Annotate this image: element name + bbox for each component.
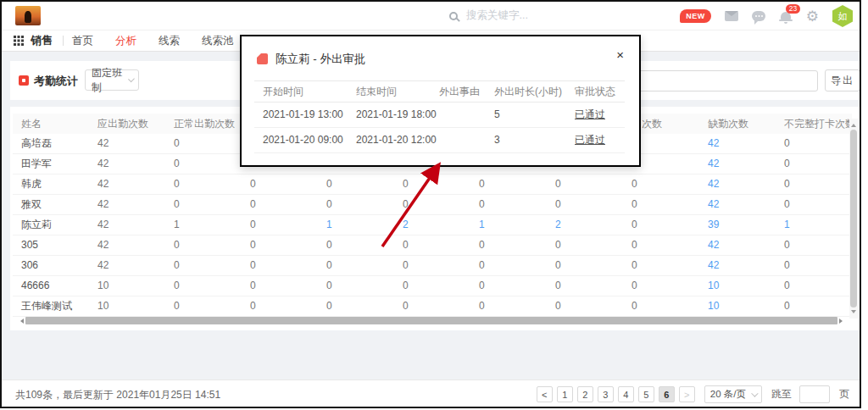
- stat-link[interactable]: 42: [699, 195, 776, 214]
- modal-table-row: 2021-01-20 09:002021-01-20 12:003已通过: [254, 128, 625, 153]
- stat-value: 0: [242, 215, 318, 235]
- nav-item[interactable]: 分析: [115, 34, 136, 48]
- stat-value: 0: [623, 296, 699, 316]
- stat-value: 0: [165, 256, 242, 275]
- shift-type-value: 固定班制: [92, 66, 128, 95]
- vertical-scroll-thumb[interactable]: [850, 130, 857, 308]
- stat-value: 1: [165, 215, 242, 235]
- stat-value: 0: [165, 235, 242, 255]
- stat-value: 42: [89, 215, 165, 235]
- attendance-icon: [19, 75, 29, 86]
- search-placeholder: 搜索关键字...: [466, 8, 528, 23]
- nav-item[interactable]: 线索池: [202, 34, 234, 48]
- jump-page-input[interactable]: [799, 385, 830, 403]
- table-row: 305420000000420: [13, 235, 852, 256]
- outing-approval-modal: 陈立莉 - 外出审批 × 开始时间结束时间外出事由外出时长(小时)审批状态 20…: [240, 35, 641, 167]
- stat-link[interactable]: 2: [394, 215, 470, 235]
- stat-value: 0: [165, 276, 242, 296]
- nav-item[interactable]: 线索: [159, 34, 180, 48]
- stat-value: 10: [89, 296, 165, 316]
- stat-value: 0: [623, 195, 699, 214]
- employee-name: 韩虎: [13, 175, 89, 194]
- scroll-up-icon[interactable]: [851, 121, 856, 127]
- stat-value: 42: [89, 175, 165, 194]
- stat-value: 0: [547, 175, 623, 194]
- prev-page-button[interactable]: <: [537, 386, 553, 402]
- stat-link[interactable]: 1: [776, 215, 852, 235]
- modal-table-body: 2021-01-19 13:002021-01-19 18:005已通过2021…: [254, 102, 625, 153]
- column-header: 缺勤次数: [699, 114, 776, 134]
- stat-value: 0: [547, 296, 623, 316]
- page-button[interactable]: 4: [618, 386, 634, 402]
- nav-item[interactable]: 首页: [72, 34, 93, 48]
- modal-title: 陈立莉 - 外出审批: [275, 52, 366, 67]
- stat-value: 0: [242, 276, 318, 296]
- screenshot-frame: 搜索关键字... NEW 23 ⚙ 如 销售 首页分析线索线索池客户池联系人 考…: [0, 0, 861, 408]
- gear-icon[interactable]: ⚙: [806, 9, 819, 24]
- stat-link[interactable]: 39: [699, 215, 776, 235]
- stat-value: 0: [470, 195, 547, 214]
- page-button[interactable]: 1: [557, 386, 573, 402]
- approval-status-link[interactable]: 已通过: [566, 102, 625, 127]
- next-page-button[interactable]: >: [679, 386, 695, 402]
- stat-link[interactable]: 42: [699, 134, 776, 153]
- table-row: 陈立莉421012120391: [13, 215, 852, 235]
- stat-link[interactable]: 42: [699, 175, 776, 194]
- modal-cell: [431, 102, 486, 127]
- chevron-down-icon: [128, 75, 135, 82]
- stat-link[interactable]: 2: [547, 215, 623, 235]
- approval-status-link[interactable]: 已通过: [566, 128, 625, 152]
- stat-value: 0: [547, 276, 623, 296]
- page-button[interactable]: 6: [659, 386, 675, 402]
- stat-link[interactable]: 42: [699, 235, 776, 255]
- pagination: < 123456 > 20 条/页 跳至 页: [537, 385, 849, 403]
- stat-value: 0: [623, 276, 699, 296]
- app-name[interactable]: 销售: [31, 33, 53, 48]
- modal-cell: 2021-01-19 13:00: [254, 102, 348, 127]
- app-grid-icon[interactable]: [14, 36, 24, 46]
- stat-value: 0: [470, 175, 547, 194]
- stat-value: 0: [776, 154, 852, 174]
- modal-column-header: 结束时间: [348, 81, 431, 102]
- column-header: 应出勤次数: [89, 114, 165, 134]
- avatar[interactable]: 如: [832, 5, 853, 27]
- employee-name: 高培磊: [13, 134, 89, 153]
- employee-name: 王伟峰测试: [13, 296, 89, 316]
- stat-value: 0: [165, 134, 242, 153]
- shift-type-select[interactable]: 固定班制: [85, 69, 139, 91]
- stat-value: 42: [89, 154, 165, 174]
- stat-value: 0: [776, 175, 852, 194]
- stat-value: 0: [318, 195, 394, 214]
- export-button[interactable]: 导出: [825, 69, 860, 91]
- stat-value: 0: [394, 276, 470, 296]
- scroll-left-icon[interactable]: [17, 317, 25, 324]
- notifications[interactable]: 23: [779, 9, 793, 23]
- close-icon[interactable]: ×: [616, 48, 624, 61]
- stat-link[interactable]: 1: [470, 215, 547, 235]
- stat-value: 0: [776, 256, 852, 275]
- stat-link[interactable]: 1: [318, 215, 394, 235]
- global-search[interactable]: 搜索关键字...: [449, 8, 528, 23]
- scroll-right-icon[interactable]: [837, 317, 846, 324]
- stat-value: 0: [547, 195, 623, 214]
- stat-link[interactable]: 42: [699, 154, 776, 174]
- stat-value: 0: [165, 195, 242, 214]
- page-button[interactable]: 5: [638, 386, 654, 402]
- mail-icon[interactable]: [725, 11, 738, 21]
- stat-value: 0: [165, 175, 242, 194]
- page-button[interactable]: 3: [598, 386, 614, 402]
- stat-value: 0: [318, 235, 394, 255]
- page-size-select[interactable]: 20 条/页: [704, 385, 762, 403]
- horizontal-scrollbar[interactable]: [17, 317, 846, 324]
- page-button[interactable]: 2: [577, 386, 593, 402]
- stat-link[interactable]: 42: [699, 256, 776, 275]
- stat-value: 0: [547, 235, 623, 255]
- chat-icon[interactable]: [752, 11, 765, 21]
- stat-link[interactable]: 10: [699, 296, 776, 316]
- vertical-scrollbar[interactable]: [849, 119, 858, 319]
- horizontal-scroll-thumb[interactable]: [25, 317, 837, 324]
- stat-value: 0: [394, 296, 470, 316]
- employee-name: 305: [13, 235, 89, 255]
- scroll-down-icon[interactable]: [851, 310, 856, 316]
- stat-link[interactable]: 10: [699, 276, 776, 296]
